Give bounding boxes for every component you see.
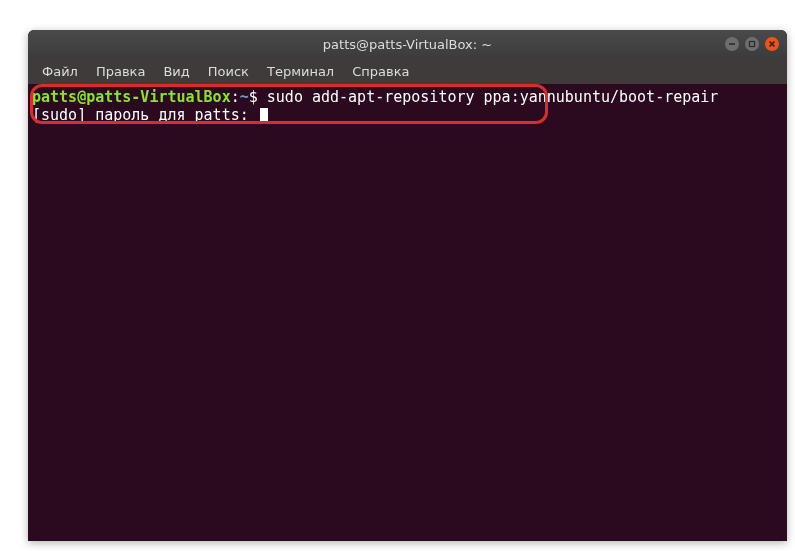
maximize-button[interactable] <box>745 37 759 51</box>
menu-terminal[interactable]: Терминал <box>259 61 342 82</box>
menu-view[interactable]: Вид <box>155 61 197 82</box>
prompt-path: ~ <box>240 88 249 106</box>
svg-rect-1 <box>750 42 755 47</box>
close-icon <box>768 40 776 48</box>
menu-search[interactable]: Поиск <box>200 61 257 82</box>
menubar: Файл Правка Вид Поиск Терминал Справка <box>28 58 787 84</box>
terminal-content[interactable]: patts@patts-VirtualBox:~$ sudo add-apt-r… <box>28 84 787 124</box>
command-text: sudo add-apt-repository ppa:yannubuntu/b… <box>258 88 719 106</box>
window-controls <box>725 37 779 51</box>
minimize-button[interactable] <box>725 37 739 51</box>
close-button[interactable] <box>765 37 779 51</box>
terminal-cursor <box>260 108 268 124</box>
maximize-icon <box>748 40 756 48</box>
prompt-user: patts@patts-VirtualBox <box>32 88 231 106</box>
terminal-window: patts@patts-VirtualBox: ~ Файл Правка Ви… <box>28 30 787 541</box>
prompt-colon: : <box>231 88 240 106</box>
titlebar: patts@patts-VirtualBox: ~ <box>28 30 787 58</box>
sudo-password-prompt: [sudo] пароль для patts: <box>32 106 258 124</box>
menu-file[interactable]: Файл <box>34 61 86 82</box>
prompt-sign: $ <box>249 88 258 106</box>
minimize-icon <box>728 40 736 48</box>
menu-edit[interactable]: Правка <box>88 61 153 82</box>
window-title: patts@patts-VirtualBox: ~ <box>323 37 492 52</box>
menu-help[interactable]: Справка <box>344 61 417 82</box>
terminal-line-2: [sudo] пароль для patts: <box>28 106 787 124</box>
terminal-line-1: patts@patts-VirtualBox:~$ sudo add-apt-r… <box>28 88 787 106</box>
